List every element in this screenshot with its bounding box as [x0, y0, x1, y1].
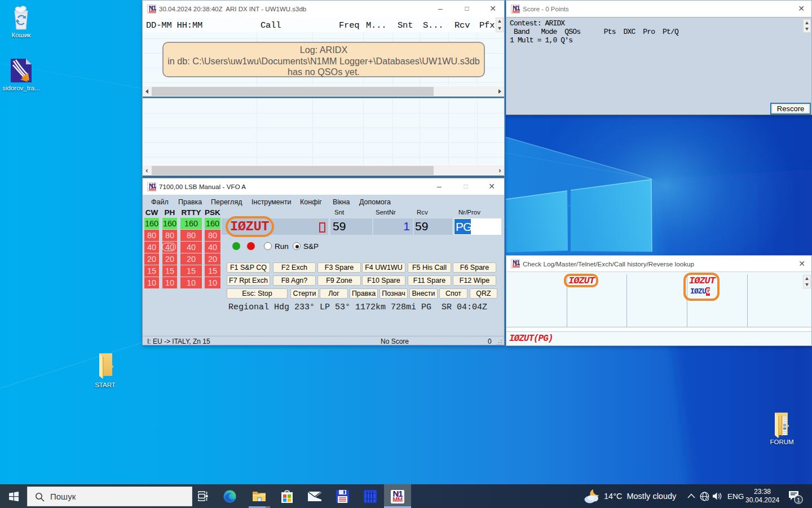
svg-text:1: 1 — [797, 497, 800, 503]
